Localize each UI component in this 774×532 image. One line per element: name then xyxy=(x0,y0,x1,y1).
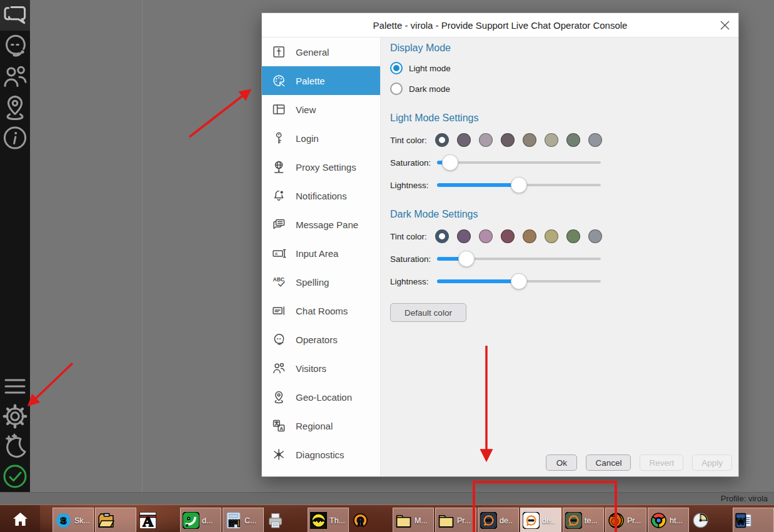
taskbar-item-clock[interactable] xyxy=(690,508,731,532)
palette-icon xyxy=(271,73,286,88)
tint-swatch[interactable] xyxy=(479,229,493,243)
slider-thumb[interactable] xyxy=(511,273,527,289)
taskbar-item-openvpn[interactable] xyxy=(350,508,391,532)
apply-button: Apply xyxy=(692,454,732,471)
settings-nav-item-proxy-settings[interactable]: Proxy Settings xyxy=(262,153,380,181)
nav-item-label: Notifications xyxy=(296,191,347,201)
taskbar-item-label: Th... xyxy=(329,516,345,525)
settings-nav-item-view[interactable]: View xyxy=(262,95,380,124)
tint-swatch[interactable] xyxy=(457,229,471,243)
cancel-button[interactable]: Cancel xyxy=(586,454,631,471)
slider-thumb[interactable] xyxy=(458,251,475,267)
lightness-label: Lightness: xyxy=(390,277,435,286)
radio-option-dark-mode[interactable]: Dark mode xyxy=(390,82,738,96)
settings-nav-item-regional[interactable]: ARegional xyxy=(262,411,380,440)
tint-color-row: Tint color: xyxy=(390,229,738,243)
taskbar-item-printer[interactable] xyxy=(265,508,306,532)
nav-item-label: Spelling xyxy=(296,277,329,288)
settings-nav-item-input-area[interactable]: aInput Area xyxy=(262,239,380,268)
taskbar-item-skype[interactable]: SSk... xyxy=(53,508,94,532)
taskbar-item-firefox[interactable]: Pr... xyxy=(605,508,646,532)
rail-chat-bubbles-icon[interactable] xyxy=(0,0,30,31)
radio-unselected-icon[interactable] xyxy=(390,83,403,95)
tint-swatch[interactable] xyxy=(588,133,602,147)
radio-label: Light mode xyxy=(409,64,451,73)
settings-nav-item-diagnostics[interactable]: Diagnostics xyxy=(262,440,380,469)
tint-swatch[interactable] xyxy=(523,133,536,147)
tint-swatch-selected[interactable] xyxy=(435,133,449,147)
dialog-body: GeneralPaletteViewLoginProxy SettingsNot… xyxy=(262,38,738,476)
tint-swatch-selected[interactable] xyxy=(435,229,449,243)
settings-nav-item-operators[interactable]: Operators xyxy=(262,325,380,354)
ok-button[interactable]: Ok xyxy=(546,454,577,471)
nav-item-label: Geo-Location xyxy=(296,392,352,403)
rail-check-circle-icon[interactable] xyxy=(0,461,30,491)
svg-text:a: a xyxy=(275,251,278,256)
taskbar-item-word[interactable]: W xyxy=(733,508,774,532)
rail-menu-icon[interactable] xyxy=(0,371,30,401)
taskbar-item-virola-dark[interactable]: de.. xyxy=(478,508,519,532)
tint-swatch[interactable] xyxy=(501,229,515,243)
settings-nav-item-message-pane[interactable]: Message Pane xyxy=(262,210,380,239)
nav-item-label: Palette xyxy=(296,76,325,86)
settings-nav-item-general[interactable]: General xyxy=(262,38,380,66)
radio-selected-icon[interactable] xyxy=(390,62,403,74)
taskbar-item-folder[interactable]: M... xyxy=(393,508,434,532)
slider-track[interactable] xyxy=(437,161,601,164)
taskbar-item-home[interactable] xyxy=(0,505,40,532)
taskbar-item-virola-green[interactable]: te... xyxy=(563,508,604,532)
rail-operator-headset-icon[interactable] xyxy=(0,31,30,61)
slider-thumb[interactable] xyxy=(442,154,458,171)
taskbar-item-virola-light[interactable]: de.. xyxy=(520,508,561,532)
saturation-slider[interactable] xyxy=(437,154,601,171)
tint-swatch[interactable] xyxy=(566,133,580,147)
tint-swatch[interactable] xyxy=(545,133,558,147)
tint-color-row: Tint color: xyxy=(390,133,738,147)
tint-swatches xyxy=(435,229,602,243)
taskbar-item-explorer[interactable] xyxy=(95,508,136,532)
lightness-slider[interactable] xyxy=(437,273,601,289)
rail-visitors-icon[interactable] xyxy=(0,61,30,92)
settings-nav-item-spelling[interactable]: ABCSpelling xyxy=(262,268,380,296)
taskbar-item-thebat[interactable]: Th... xyxy=(308,508,349,532)
tint-swatch[interactable] xyxy=(523,229,536,243)
status-bar: Profile: virola xyxy=(0,492,774,504)
tint-swatch[interactable] xyxy=(457,133,471,147)
tint-swatch[interactable] xyxy=(588,229,602,243)
revert-button: Revert xyxy=(640,454,683,471)
settings-nav-item-palette[interactable]: Palette xyxy=(262,66,380,95)
saturation-row: Saturation: xyxy=(390,252,738,266)
tint-swatch[interactable] xyxy=(566,229,580,243)
lightness-slider[interactable] xyxy=(437,177,601,193)
close-icon[interactable] xyxy=(717,18,732,33)
calculator-icon xyxy=(225,512,242,529)
virola-dark-icon xyxy=(480,512,497,529)
annotation-arrow-to-gear-icon xyxy=(29,363,73,405)
taskbar-item-calculator[interactable]: C... xyxy=(223,508,264,532)
rail-info-icon[interactable] xyxy=(0,123,30,153)
radio-option-light-mode[interactable]: Light mode xyxy=(390,61,738,75)
taskbar-item-folder[interactable]: Pr... xyxy=(435,508,476,532)
rail-moon-stars-icon[interactable] xyxy=(0,431,30,461)
saturation-slider[interactable] xyxy=(437,251,601,267)
rail-location-pin-icon[interactable] xyxy=(0,92,30,123)
settings-nav-item-chat-rooms[interactable]: Chat Rooms xyxy=(262,296,380,325)
rail-gear-icon[interactable] xyxy=(0,401,30,431)
settings-nav-item-geo-location[interactable]: Geo-Location xyxy=(262,383,380,411)
slider-thumb[interactable] xyxy=(511,177,527,193)
svg-text:ABC: ABC xyxy=(273,276,284,283)
taskbar-item-letter-a[interactable]: A xyxy=(138,508,179,532)
settings-nav-item-login[interactable]: Login xyxy=(262,124,380,153)
tint-swatch[interactable] xyxy=(479,133,493,147)
taskbar-item-chrome[interactable]: ht... xyxy=(648,508,689,532)
globe-icon xyxy=(271,159,286,174)
settings-nav-item-visitors[interactable]: Visitors xyxy=(262,354,380,383)
nav-item-label: General xyxy=(296,47,329,58)
settings-nav-item-notifications[interactable]: Notifications xyxy=(262,181,380,210)
tint-swatch[interactable] xyxy=(501,133,515,147)
tint-swatch[interactable] xyxy=(545,229,558,243)
default-color-button[interactable]: Default color xyxy=(390,303,466,322)
sliders-icon xyxy=(271,44,286,59)
slider-fill xyxy=(437,183,519,187)
taskbar-item-dopus[interactable]: d... xyxy=(180,508,221,532)
